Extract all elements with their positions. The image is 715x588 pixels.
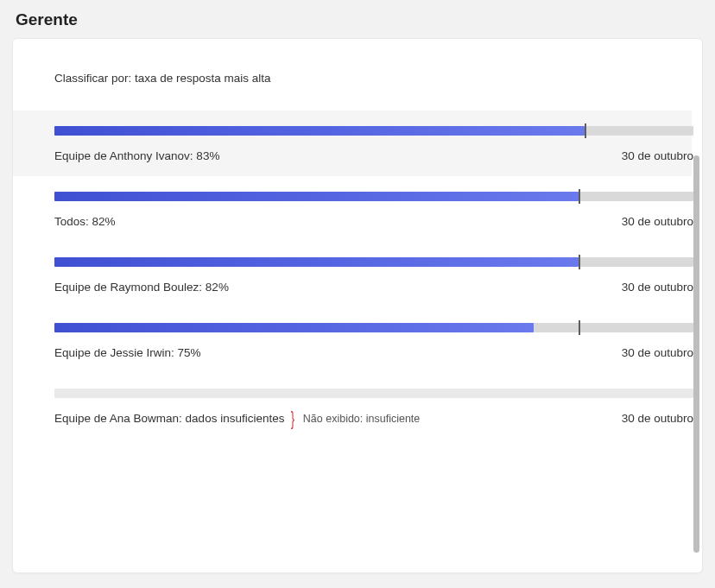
bar-track bbox=[54, 126, 693, 136]
row-left: Equipe de Anthony Ivanov: 83% bbox=[54, 149, 219, 162]
rows-container: Equipe de Anthony Ivanov: 83% 30 de outu… bbox=[13, 111, 702, 439]
bar-track bbox=[54, 389, 693, 398]
bar-marker bbox=[579, 255, 580, 269]
bar-fill bbox=[54, 257, 579, 267]
team-label: Equipe de Raymond Boulez: 82% bbox=[54, 281, 229, 294]
row-left: Equipe de Jessie Irwin: 75% bbox=[54, 346, 201, 359]
row-labels: Equipe de Ana Bowman: dados insuficiente… bbox=[54, 412, 693, 425]
bar-marker bbox=[579, 189, 580, 204]
scrollbar-thumb[interactable] bbox=[693, 155, 699, 553]
row-date: 30 de outubro bbox=[622, 412, 693, 425]
row-date: 30 de outubro bbox=[622, 346, 693, 359]
row-date: 30 de outubro bbox=[622, 281, 693, 294]
bar-fill bbox=[54, 126, 585, 136]
manager-card: Classificar por: taxa de resposta mais a… bbox=[12, 38, 703, 573]
bar-marker bbox=[579, 320, 580, 335]
bar-track bbox=[54, 257, 693, 267]
row-labels: Todos: 82% 30 de outubro bbox=[54, 215, 693, 228]
row-date: 30 de outubro bbox=[622, 215, 693, 228]
team-label: Equipe de Jessie Irwin: 75% bbox=[54, 346, 201, 359]
card-body: Classificar por: taxa de resposta mais a… bbox=[13, 39, 702, 572]
row-left: Equipe de Raymond Boulez: 82% bbox=[54, 281, 229, 294]
annotation-brace-icon: } bbox=[290, 414, 297, 423]
bar-track bbox=[54, 323, 693, 332]
bar-track bbox=[54, 192, 693, 201]
row-left: Equipe de Ana Bowman: dados insuficiente… bbox=[54, 412, 420, 425]
sort-line: Classificar por: taxa de resposta mais a… bbox=[13, 65, 702, 111]
bar-marker bbox=[585, 123, 586, 138]
page-title: Gerente bbox=[0, 0, 715, 38]
team-label: Todos: 82% bbox=[54, 215, 116, 228]
row-date: 30 de outubro bbox=[622, 149, 693, 162]
sort-value: taxa de resposta mais alta bbox=[135, 72, 271, 85]
team-row[interactable]: Equipe de Raymond Boulez: 82% 30 de outu… bbox=[13, 242, 692, 307]
team-row[interactable]: Equipe de Jessie Irwin: 75% 30 de outubr… bbox=[13, 307, 692, 373]
row-labels: Equipe de Anthony Ivanov: 83% 30 de outu… bbox=[54, 149, 693, 162]
team-row[interactable]: Todos: 82% 30 de outubro bbox=[13, 176, 692, 242]
team-row[interactable]: Equipe de Ana Bowman: dados insuficiente… bbox=[13, 373, 692, 439]
team-row[interactable]: Equipe de Anthony Ivanov: 83% 30 de outu… bbox=[13, 111, 692, 176]
team-label: Equipe de Anthony Ivanov: 83% bbox=[54, 149, 219, 162]
row-left: Todos: 82% bbox=[54, 215, 116, 228]
not-shown-text: Não exibido: insuficiente bbox=[303, 413, 421, 425]
team-label: Equipe de Ana Bowman: dados insuficiente… bbox=[54, 412, 284, 425]
sort-label: Classificar por: bbox=[54, 72, 131, 85]
row-labels: Equipe de Jessie Irwin: 75% 30 de outubr… bbox=[54, 346, 693, 359]
row-labels: Equipe de Raymond Boulez: 82% 30 de outu… bbox=[54, 281, 693, 294]
bar-fill bbox=[54, 192, 579, 201]
bar-fill bbox=[54, 323, 534, 332]
